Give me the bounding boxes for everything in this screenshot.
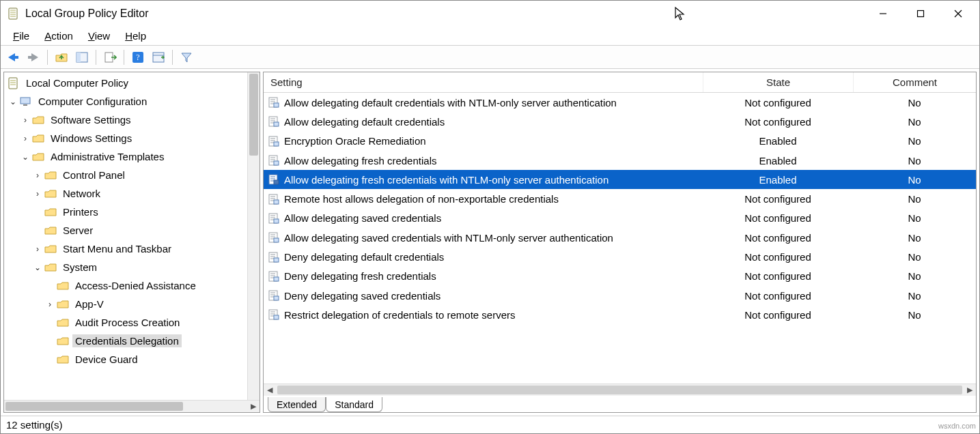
- tree-label: Software Settings: [48, 113, 134, 126]
- svg-rect-6: [917, 11, 923, 17]
- minimize-button[interactable]: [864, 1, 901, 27]
- folder-icon: [31, 151, 45, 163]
- list-row[interactable]: Allow delegating default credentials wit…: [264, 93, 976, 112]
- expand-toggle[interactable]: ›: [44, 300, 56, 309]
- tree-node-credentials-delegation[interactable]: Credentials Delegation: [4, 332, 260, 350]
- close-button[interactable]: [939, 1, 977, 27]
- menu-help[interactable]: Help: [118, 29, 153, 43]
- expand-toggle[interactable]: ⌄: [19, 152, 31, 162]
- list-row[interactable]: Allow delegating saved credentials with …: [264, 228, 976, 247]
- setting-state: Not configured: [703, 251, 853, 263]
- list-header: Setting State Comment: [264, 72, 976, 93]
- watermark: wsxdn.com: [938, 422, 976, 430]
- tab-extended[interactable]: Extended: [268, 397, 326, 412]
- maximize-button[interactable]: [901, 1, 939, 27]
- policy-setting-icon: [268, 135, 280, 147]
- list-row[interactable]: Allow delegating default credentialsNot …: [264, 112, 976, 131]
- folder-icon: [56, 317, 70, 329]
- tree-node-network[interactable]: › Network: [4, 184, 260, 203]
- tree-node-start-menu-taskbar[interactable]: › Start Menu and Taskbar: [4, 240, 260, 258]
- list-horizontal-scrollbar[interactable]: ◀▶: [264, 384, 976, 396]
- svg-rect-10: [28, 56, 33, 59]
- titlebar: Local Group Policy Editor: [1, 1, 979, 27]
- expand-toggle[interactable]: ›: [31, 244, 44, 254]
- folder-icon: [44, 206, 57, 218]
- expand-toggle[interactable]: ›: [19, 115, 31, 125]
- svg-rect-0: [9, 8, 17, 19]
- details-view-button[interactable]: [149, 48, 168, 67]
- tree-node-computer-configuration[interactable]: ⌄ Computer Configuration: [4, 92, 260, 111]
- expand-toggle[interactable]: ›: [31, 189, 44, 199]
- nav-back-button[interactable]: [3, 48, 23, 67]
- list-body[interactable]: Allow delegating default credentials wit…: [264, 93, 976, 384]
- tree-node-access-denied-assistance[interactable]: Access-Denied Assistance: [4, 276, 260, 295]
- menu-view[interactable]: View: [81, 29, 117, 43]
- setting-comment: No: [853, 97, 976, 108]
- tree-view[interactable]: Local Computer Policy ⌄ Computer Configu…: [4, 72, 260, 400]
- svg-rect-58: [274, 219, 279, 223]
- list-row[interactable]: Allow delegating fresh credentialsEnable…: [264, 151, 976, 170]
- menu-file[interactable]: File: [6, 29, 36, 43]
- tree-node-administrative-templates[interactable]: ⌄ Administrative Templates: [4, 147, 260, 166]
- expand-toggle[interactable]: ⌄: [31, 263, 44, 272]
- tree-vertical-scrollbar[interactable]: [247, 72, 260, 400]
- menu-action[interactable]: Action: [38, 29, 80, 43]
- tree-node-control-panel[interactable]: › Control Panel: [4, 166, 260, 184]
- tree-node-software-settings[interactable]: › Software Settings: [4, 111, 260, 129]
- tree-node-device-guard[interactable]: Device Guard: [4, 350, 260, 368]
- list-row[interactable]: Remote host allows delegation of non-exp…: [264, 189, 976, 208]
- setting-name: Encryption Oracle Remediation: [284, 135, 426, 147]
- tree-node-windows-settings[interactable]: › Windows Settings: [4, 129, 260, 147]
- tree-label: Credentials Delegation: [72, 334, 182, 347]
- tree-pane: Local Computer Policy ⌄ Computer Configu…: [3, 72, 260, 413]
- column-header-setting[interactable]: Setting: [264, 72, 703, 92]
- tree-label: Device Guard: [72, 353, 141, 366]
- expand-toggle[interactable]: ›: [19, 134, 31, 143]
- list-row[interactable]: Encryption Oracle RemediationEnabledNo: [264, 132, 976, 151]
- tree-label: Windows Settings: [48, 132, 135, 145]
- list-row[interactable]: Restrict delegation of credentials to re…: [264, 305, 976, 324]
- expand-toggle[interactable]: ⌄: [7, 97, 19, 106]
- tree-node-printers[interactable]: Printers: [4, 203, 260, 221]
- folder-up-button[interactable]: [52, 48, 71, 67]
- tree-horizontal-scrollbar[interactable]: ▶: [4, 400, 260, 412]
- export-list-button[interactable]: [100, 48, 120, 67]
- column-header-state[interactable]: State: [703, 72, 853, 92]
- setting-name: Allow delegating saved credentials with …: [284, 232, 613, 244]
- nav-forward-button[interactable]: [24, 48, 43, 67]
- tree-node-system[interactable]: ⌄ System: [4, 258, 260, 276]
- list-row[interactable]: Deny delegating default credentialsNot c…: [264, 247, 976, 266]
- filter-button[interactable]: [177, 48, 196, 67]
- help-button[interactable]: ?: [128, 48, 148, 67]
- tree-node-server[interactable]: Server: [4, 221, 260, 240]
- tab-standard[interactable]: Standard: [326, 397, 382, 412]
- policy-setting-icon: [268, 231, 280, 244]
- list-row[interactable]: Allow delegating fresh credentials with …: [264, 170, 976, 189]
- svg-rect-28: [274, 103, 279, 107]
- policy-root-icon: [7, 77, 20, 89]
- folder-icon: [44, 169, 57, 182]
- svg-rect-68: [274, 258, 279, 262]
- setting-state: Enabled: [703, 135, 853, 147]
- tree-node-app-v[interactable]: › App-V: [4, 295, 260, 313]
- folder-icon: [31, 114, 45, 126]
- policy-setting-icon: [268, 173, 280, 186]
- setting-state: Not configured: [703, 97, 853, 108]
- tree-label: Start Menu and Taskbar: [60, 242, 174, 255]
- policy-setting-icon: [268, 154, 280, 167]
- expand-toggle[interactable]: ›: [31, 171, 44, 180]
- show-hide-tree-button[interactable]: [72, 48, 92, 67]
- setting-comment: No: [853, 290, 976, 302]
- policy-setting-icon: [268, 193, 280, 205]
- tree-label: App-V: [72, 298, 107, 310]
- list-row[interactable]: Allow delegating saved credentialsNot co…: [264, 209, 976, 228]
- list-row[interactable]: Deny delegating fresh credentialsNot con…: [264, 267, 976, 286]
- folder-icon: [44, 188, 57, 200]
- setting-comment: No: [853, 212, 976, 224]
- statusbar: 12 setting(s): [1, 416, 979, 433]
- setting-comment: No: [853, 232, 976, 244]
- tree-node-audit-process-creation[interactable]: Audit Process Creation: [4, 313, 260, 332]
- list-row[interactable]: Deny delegating saved credentialsNot con…: [264, 286, 976, 305]
- column-header-comment[interactable]: Comment: [853, 72, 976, 92]
- tree-root[interactable]: Local Computer Policy: [4, 74, 260, 92]
